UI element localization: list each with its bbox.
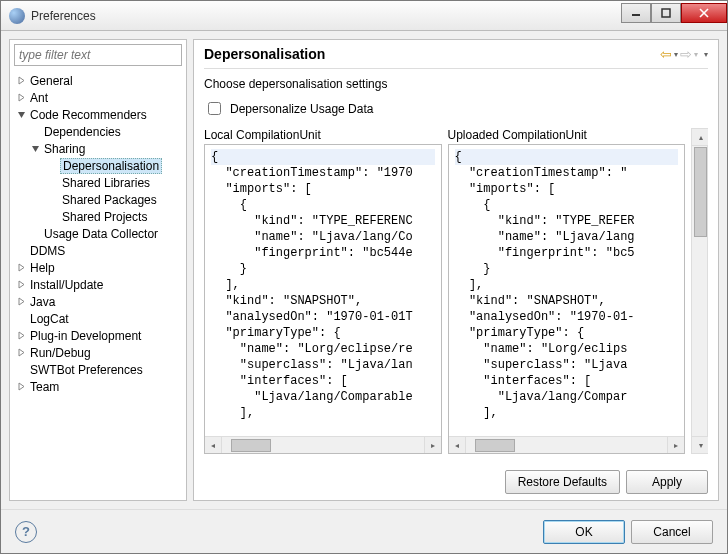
code-line: "superclass": "Ljava/lan (211, 358, 413, 372)
tree-arrow-placeholder (46, 193, 60, 207)
ok-button[interactable]: OK (543, 520, 625, 544)
uploaded-code-viewer[interactable]: { "creationTimestamp": " "imports": [ { … (449, 145, 685, 436)
tree-expand-icon[interactable] (14, 261, 28, 275)
tree-item-label: Sharing (42, 142, 87, 156)
tree-item-usage-data-collector[interactable]: Usage Data Collector (10, 225, 186, 242)
local-code-viewer[interactable]: { "creationTimestamp": "1970 "imports": … (205, 145, 441, 436)
code-line: { (211, 149, 435, 165)
depersonalize-checkbox[interactable] (208, 102, 221, 115)
tree-expand-icon[interactable] (14, 278, 28, 292)
tree-item-sharing[interactable]: Sharing (10, 140, 186, 157)
code-line: "analysedOn": "1970-01-01T (211, 310, 413, 324)
maximize-button[interactable] (651, 3, 681, 23)
code-line: "name": "Ljava/lang/Co (211, 230, 413, 244)
back-menu-icon[interactable]: ▾ (674, 50, 678, 59)
code-line: "fingerprint": "bc5 (455, 246, 635, 260)
compare-columns: Local CompilationUnit { "creationTimesta… (204, 128, 708, 454)
minimize-button[interactable] (621, 3, 651, 23)
apply-button[interactable]: Apply (626, 470, 708, 494)
help-icon[interactable]: ? (15, 521, 37, 543)
code-line: { (211, 198, 247, 212)
tree-item-label: Help (28, 261, 57, 275)
code-line: } (455, 262, 491, 276)
forward-icon: ⇨ (680, 46, 692, 62)
tree-item-shared-packages[interactable]: Shared Packages (10, 191, 186, 208)
tree-item-general[interactable]: General (10, 72, 186, 89)
tree-item-label: Plug-in Development (28, 329, 143, 343)
tree-arrow-placeholder (28, 227, 42, 241)
code-line: { (455, 198, 491, 212)
window-title: Preferences (31, 9, 621, 23)
tree-item-label: Shared Libraries (60, 176, 152, 190)
code-line: { (455, 149, 679, 165)
code-line: "Ljava/lang/Compar (455, 390, 628, 404)
page-title: Depersonalisation (204, 46, 660, 62)
tree-arrow-placeholder (14, 312, 28, 326)
tree-arrow-placeholder (14, 244, 28, 258)
local-column-label: Local CompilationUnit (204, 128, 442, 142)
tree-item-run-debug[interactable]: Run/Debug (10, 344, 186, 361)
tree-item-label: Usage Data Collector (42, 227, 160, 241)
nav-arrows: ⇦ ▾ ⇨ ▾ ▾ (660, 46, 708, 62)
uploaded-hscroll[interactable]: ◂▸ (449, 436, 685, 453)
preference-tree[interactable]: GeneralAntCode RecommendersDependenciesS… (10, 70, 186, 500)
tree-arrow-placeholder (14, 363, 28, 377)
tree-item-label: Shared Packages (60, 193, 159, 207)
tree-item-swtbot-preferences[interactable]: SWTBot Preferences (10, 361, 186, 378)
page-header: Depersonalisation ⇦ ▾ ⇨ ▾ ▾ (194, 40, 718, 64)
code-line: "interfaces": [ (455, 374, 592, 388)
tree-item-ddms[interactable]: DDMS (10, 242, 186, 259)
tree-item-label: LogCat (28, 312, 71, 326)
page-buttons: Restore Defaults Apply (194, 460, 718, 500)
tree-item-logcat[interactable]: LogCat (10, 310, 186, 327)
tree-item-label: Code Recommenders (28, 108, 149, 122)
view-menu-icon[interactable]: ▾ (704, 50, 708, 59)
code-line: "Ljava/lang/Comparable (211, 390, 413, 404)
app-icon (9, 8, 25, 24)
forward-menu-icon: ▾ (694, 50, 698, 59)
tree-item-label: Team (28, 380, 61, 394)
cancel-button[interactable]: Cancel (631, 520, 713, 544)
tree-item-label: Ant (28, 91, 50, 105)
svg-rect-1 (662, 9, 670, 17)
tree-expand-icon[interactable] (14, 346, 28, 360)
tree-item-shared-libraries[interactable]: Shared Libraries (10, 174, 186, 191)
tree-item-install-update[interactable]: Install/Update (10, 276, 186, 293)
close-button[interactable] (681, 3, 727, 23)
tree-item-java[interactable]: Java (10, 293, 186, 310)
code-line: "name": "Lorg/eclipse/re (211, 342, 413, 356)
code-line: "kind": "TYPE_REFER (455, 214, 635, 228)
tree-item-label: DDMS (28, 244, 67, 258)
local-code-wrap: { "creationTimestamp": "1970 "imports": … (204, 144, 442, 454)
tree-expand-icon[interactable] (28, 142, 42, 156)
shared-vscroll[interactable]: ▴▾ (691, 128, 708, 454)
tree-item-code-recommenders[interactable]: Code Recommenders (10, 106, 186, 123)
tree-expand-icon[interactable] (14, 329, 28, 343)
tree-expand-icon[interactable] (14, 91, 28, 105)
restore-defaults-button[interactable]: Restore Defaults (505, 470, 620, 494)
tree-item-label: General (28, 74, 75, 88)
tree-expand-icon[interactable] (14, 295, 28, 309)
back-icon[interactable]: ⇦ (660, 46, 672, 62)
tree-item-dependencies[interactable]: Dependencies (10, 123, 186, 140)
tree-item-ant[interactable]: Ant (10, 89, 186, 106)
uploaded-column: Uploaded CompilationUnit { "creationTime… (448, 128, 686, 454)
uploaded-code-wrap: { "creationTimestamp": " "imports": [ { … (448, 144, 686, 454)
window-buttons (621, 3, 727, 23)
code-line: ], (455, 278, 484, 292)
filter-input[interactable] (14, 44, 182, 66)
tree-expand-icon[interactable] (14, 108, 28, 122)
tree-expand-icon[interactable] (14, 74, 28, 88)
code-line: "kind": "TYPE_REFERENC (211, 214, 413, 228)
tree-item-team[interactable]: Team (10, 378, 186, 395)
local-hscroll[interactable]: ◂▸ (205, 436, 441, 453)
tree-item-shared-projects[interactable]: Shared Projects (10, 208, 186, 225)
tree-arrow-placeholder (46, 176, 60, 190)
tree-item-help[interactable]: Help (10, 259, 186, 276)
code-line: "creationTimestamp": "1970 (211, 166, 413, 180)
tree-expand-icon[interactable] (14, 380, 28, 394)
tree-item-depersonalisation[interactable]: Depersonalisation (10, 157, 186, 174)
tree-pane: GeneralAntCode RecommendersDependenciesS… (9, 39, 187, 501)
dialog-footer: ? OK Cancel (1, 509, 727, 553)
tree-item-plug-in-development[interactable]: Plug-in Development (10, 327, 186, 344)
